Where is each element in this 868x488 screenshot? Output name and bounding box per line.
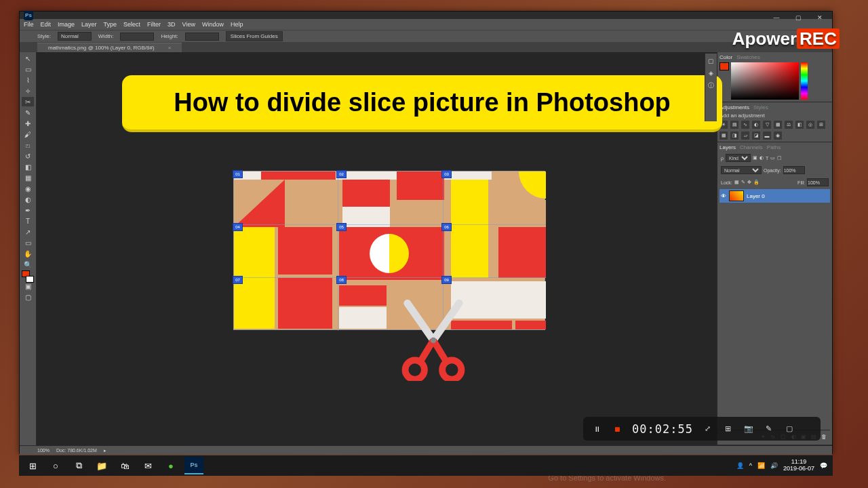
levels-icon[interactable]: ▤ [730,121,738,129]
color-balance-icon[interactable]: ⚖ [785,121,793,129]
filter-type-icon[interactable]: T [766,156,768,161]
tab-color[interactable]: Color [719,54,732,60]
delete-layer-icon[interactable]: 🗑 [820,432,828,441]
healing-tool[interactable]: ✚ [22,119,34,128]
tab-adjustments[interactable]: Adjustments [719,104,749,110]
file-explorer-icon[interactable]: 📁 [92,457,111,474]
slices-from-guides-button[interactable]: Slices From Guides [226,31,283,41]
slice-badge[interactable]: 02 [336,170,347,178]
start-button[interactable]: ⊞ [23,457,42,474]
slice-badge[interactable]: 07 [233,276,243,284]
shape-tool[interactable]: ▭ [22,238,34,247]
people-icon[interactable]: 👤 [736,462,744,469]
zoom-level[interactable]: 100% [37,448,50,453]
menu-3d[interactable]: 3D [167,21,176,28]
tab-paths[interactable]: Paths [767,144,781,150]
status-arrow-icon[interactable]: ▸ [104,448,106,453]
recorder-more-icon[interactable]: ▢ [784,424,795,434]
type-tool[interactable]: T [22,216,34,226]
posterize-icon[interactable]: ▱ [741,131,749,140]
style-select[interactable]: Normal [58,32,92,41]
filter-smart-icon[interactable]: ▢ [777,155,782,161]
quick-mask-tool[interactable]: ▣ [22,281,34,291]
system-clock[interactable]: 11:19 2019-06-07 [783,459,814,472]
tray-chevron-icon[interactable]: ^ [749,462,752,469]
gradient-tool[interactable]: ▦ [22,173,34,182]
filter-shape-icon[interactable]: ▭ [770,155,775,161]
slice-badge[interactable]: 05 [336,223,347,231]
menu-filter[interactable]: Filter [147,21,161,28]
curves-icon[interactable]: ∿ [741,121,749,129]
hue-icon[interactable]: ▦ [774,121,782,129]
task-view-icon[interactable]: ⧉ [69,457,88,474]
menu-type[interactable]: Type [104,21,117,28]
lock-pixels-icon[interactable]: ✎ [741,180,745,185]
minimize-button[interactable]: — [767,13,786,22]
pen-tool[interactable]: ✒ [22,205,34,215]
history-brush-tool[interactable]: ↺ [22,151,34,161]
hue-slider[interactable] [801,62,808,100]
close-button[interactable]: ✕ [810,13,829,22]
menu-image[interactable]: Image [58,21,75,28]
foreground-color[interactable] [719,62,729,70]
brush-tool[interactable]: 🖌 [22,129,34,139]
slice-badge[interactable]: 09 [441,276,452,284]
canvas-area[interactable]: How to divide slice picture in Photoshop [37,52,717,445]
taskbar-photoshop[interactable]: Ps [184,457,203,474]
selective-color-icon[interactable]: ◉ [774,131,782,140]
eraser-tool[interactable]: ◧ [22,162,34,171]
hand-tool[interactable]: ✋ [22,249,34,258]
filter-adj-icon[interactable]: ◐ [760,155,764,161]
opacity-input[interactable] [783,166,805,174]
screen-mode-tool[interactable]: ▢ [22,292,34,302]
lock-position-icon[interactable]: ✥ [747,180,751,185]
slice-badge[interactable]: 06 [441,223,452,231]
filter-image-icon[interactable]: ▣ [753,155,757,161]
blur-tool[interactable]: ◉ [22,184,34,193]
slice-badge[interactable]: 01 [233,170,243,178]
invert-icon[interactable]: ◨ [730,131,738,140]
exposure-icon[interactable]: ◐ [752,121,760,129]
pencil-icon[interactable]: ✎ [764,424,774,434]
menu-window[interactable]: Window [202,21,224,28]
tab-layers[interactable]: Layers [719,144,736,150]
vibrance-icon[interactable]: ▽ [763,121,771,129]
threshold-icon[interactable]: ◪ [752,131,760,140]
action-center-icon[interactable]: 💬 [820,462,827,469]
recorder-tool1-icon[interactable]: ⤢ [703,424,713,434]
slice-badge[interactable]: 08 [336,276,347,284]
properties-icon[interactable]: ◈ [707,68,716,78]
height-input[interactable] [185,33,219,41]
eyedropper-tool[interactable]: ✎ [22,108,34,117]
path-tool[interactable]: ↗ [22,227,34,237]
color-swatch-tool[interactable] [22,270,34,280]
wifi-icon[interactable]: 📶 [757,462,765,469]
slice-badge[interactable]: 03 [441,170,452,178]
stop-button[interactable]: ⏹ [612,424,623,434]
volume-icon[interactable]: 🔊 [770,462,778,469]
menu-select[interactable]: Select [123,21,140,28]
menu-file[interactable]: File [24,21,34,28]
stamp-tool[interactable]: ⏍ [22,140,34,150]
maximize-button[interactable]: ▢ [789,13,808,22]
zoom-tool[interactable]: 🔍 [22,260,34,269]
fill-input[interactable] [807,178,829,186]
menu-edit[interactable]: Edit [41,21,52,28]
lock-all-icon[interactable]: 🔒 [753,180,760,185]
color-field[interactable] [731,62,799,100]
lookup-icon[interactable]: ▦ [719,131,728,140]
width-input[interactable] [120,33,154,41]
tab-channels[interactable]: Channels [740,144,763,150]
app-icon[interactable]: ● [161,457,180,474]
photo-filter-icon[interactable]: ◎ [806,121,814,129]
lasso-tool[interactable]: ⌇ [22,75,34,85]
menu-help[interactable]: Help [231,21,243,28]
blend-mode-select[interactable]: Normal [721,166,762,174]
menu-layer[interactable]: Layer [81,21,97,28]
layer-row[interactable]: 👁 Layer 0 [719,189,830,203]
slice-badge[interactable]: 04 [233,223,243,231]
cortana-icon[interactable]: ○ [46,457,65,474]
move-tool[interactable]: ↖ [22,54,34,63]
camera-icon[interactable]: 📷 [743,424,754,434]
dodge-tool[interactable]: ◐ [22,195,34,204]
